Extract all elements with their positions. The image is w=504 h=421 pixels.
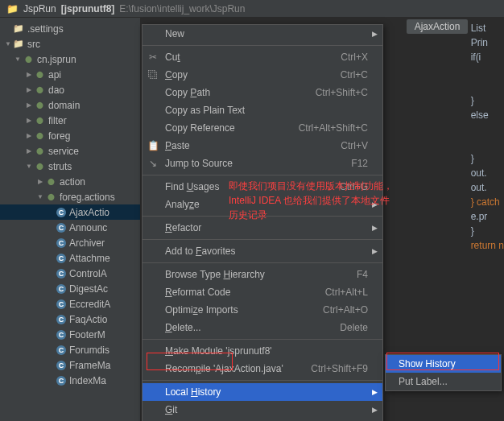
tree-item-label: Announc xyxy=(69,222,107,233)
menu-shortcut: Ctrl+Shift+C xyxy=(316,87,368,98)
tree-item-src[interactable]: src xyxy=(0,36,140,52)
tree-arrow-icon[interactable] xyxy=(24,147,34,155)
submenu-item-put-label---[interactable]: Put Label... xyxy=(386,373,501,390)
tree-item-ajaxactio[interactable]: AjaxActio xyxy=(0,204,140,220)
submenu-item-show-history[interactable]: Show History xyxy=(386,355,501,373)
menu-separator xyxy=(143,239,382,240)
menu-item-label: Jump to Source xyxy=(165,158,233,169)
menu-item-label: Copy Reference xyxy=(165,122,235,134)
menu-item-label: Refactor xyxy=(165,222,201,233)
tree-item-service[interactable]: service xyxy=(0,143,140,159)
code-line: } xyxy=(471,224,504,238)
menu-item-paste[interactable]: 📋PasteCtrl+V xyxy=(143,137,382,155)
tree-item-dao[interactable]: dao xyxy=(0,82,140,97)
package-icon xyxy=(34,85,45,96)
tree-arrow-icon[interactable] xyxy=(24,163,34,170)
menu-item-cut[interactable]: ✂CutCtrl+X xyxy=(143,48,382,66)
tree-arrow-icon[interactable] xyxy=(3,40,13,47)
code-line: out. xyxy=(471,180,504,195)
tree-arrow-icon[interactable] xyxy=(24,86,34,93)
tree-item-label: api xyxy=(48,69,61,80)
project-path: E:\fusion\intellij_work\JspRun xyxy=(119,3,245,14)
tree-arrow-icon[interactable] xyxy=(24,71,34,78)
menu-item-copy-path[interactable]: Copy PathCtrl+Shift+C xyxy=(143,84,382,101)
tree-item-attachme[interactable]: Attachme xyxy=(0,250,140,266)
tree-item-eccredita[interactable]: EccreditA xyxy=(0,296,140,312)
menu-separator xyxy=(143,262,382,263)
tree-item-api[interactable]: api xyxy=(0,67,140,82)
menu-item-find-usages[interactable]: Find UsagesCtrl+G xyxy=(143,178,382,196)
tree-item-faqactio[interactable]: FaqActio xyxy=(0,312,140,327)
tree-item-controla[interactable]: ControlA xyxy=(0,266,140,281)
tree-item-forumdis[interactable]: Forumdis xyxy=(0,342,140,357)
menu-item-analyze[interactable]: Analyze▶ xyxy=(143,196,382,213)
tree-arrow-icon[interactable] xyxy=(24,132,34,139)
tree-item-domain[interactable]: domain xyxy=(0,97,140,113)
tree-item-digestac[interactable]: DigestAc xyxy=(0,281,140,296)
menu-item-label: Reformat Code xyxy=(165,287,230,298)
menu-separator xyxy=(143,380,382,381)
menu-item-label: Recompile 'AjaxAction.java' xyxy=(165,363,283,374)
tree-item--settings[interactable]: .settings xyxy=(0,21,140,36)
tree-item-struts[interactable]: struts xyxy=(0,159,140,174)
menu-item-copy[interactable]: ⿻CopyCtrl+C xyxy=(143,66,382,84)
submenu-arrow-icon: ▶ xyxy=(372,200,378,208)
menu-icon: ✂ xyxy=(147,52,159,63)
menu-item-reformat-code[interactable]: Reformat CodeCtrl+Alt+L xyxy=(143,283,382,301)
menu-item-browse-type-hierarchy[interactable]: Browse Type HierarchyF4 xyxy=(143,266,382,283)
submenu-arrow-icon: ▶ xyxy=(372,224,378,232)
menu-item-label: Local History xyxy=(165,386,221,398)
menu-item-git[interactable]: Git▶ xyxy=(143,401,382,419)
tree-item-foreg-actions[interactable]: foreg.actions xyxy=(0,189,140,204)
code-line xyxy=(471,79,504,93)
tree-item-filter[interactable]: filter xyxy=(0,113,140,128)
menu-shortcut: Ctrl+C xyxy=(341,69,368,80)
menu-icon: ↘ xyxy=(147,158,159,169)
menu-item-label: Git xyxy=(165,404,177,415)
menu-item-refactor[interactable]: Refactor▶ xyxy=(143,219,382,237)
tree-item-label: action xyxy=(60,176,85,188)
tree-item-label: ControlA xyxy=(69,268,107,279)
class-icon xyxy=(56,315,66,324)
tree-arrow-icon[interactable] xyxy=(24,117,34,124)
tree-arrow-icon[interactable] xyxy=(24,101,34,109)
tree-item-announc[interactable]: Announc xyxy=(0,220,140,235)
menu-icon: 📋 xyxy=(147,140,159,151)
menu-item-copy-reference[interactable]: Copy ReferenceCtrl+Alt+Shift+C xyxy=(143,119,382,137)
tree-item-footerm[interactable]: FooterM xyxy=(0,327,140,342)
menu-item-delete---[interactable]: Delete...Delete xyxy=(143,319,382,336)
tree-item-indexma[interactable]: IndexMa xyxy=(0,373,140,388)
folder-icon xyxy=(13,39,24,50)
class-icon xyxy=(56,238,66,248)
tree-item-label: FooterM xyxy=(69,329,105,341)
tree-item-label: service xyxy=(48,146,79,157)
package-icon xyxy=(34,115,45,126)
menu-item-add-to-favorites[interactable]: Add to Favorites▶ xyxy=(143,242,382,260)
tree-item-foreg[interactable]: foreg xyxy=(0,128,140,143)
tree-arrow-icon[interactable] xyxy=(35,193,45,200)
class-icon xyxy=(56,269,66,279)
submenu-arrow-icon: ▶ xyxy=(372,247,378,255)
project-icon: 📁 xyxy=(6,3,19,14)
menu-item-jump-to-source[interactable]: ↘Jump to SourceF12 xyxy=(143,155,382,172)
tree-item-cn-jsprun[interactable]: cn.jsprun xyxy=(0,52,140,67)
tree-item-archiver[interactable]: Archiver xyxy=(0,235,140,250)
submenu-arrow-icon: ▶ xyxy=(372,388,378,396)
breadcrumb[interactable]: AjaxAction xyxy=(407,19,469,34)
menu-shortcut: Ctrl+Alt+O xyxy=(323,304,368,316)
menu-item-copy-as-plain-text[interactable]: Copy as Plain Text xyxy=(143,101,382,119)
code-line xyxy=(471,122,504,137)
menu-item-recompile--ajaxaction-java-[interactable]: Recompile 'AjaxAction.java'Ctrl+Shift+F9 xyxy=(143,360,382,378)
tree-arrow-icon[interactable] xyxy=(13,56,23,63)
menu-item-label: Optimize Imports xyxy=(165,304,238,316)
tree-item-framema[interactable]: FrameMa xyxy=(0,357,140,373)
menu-item-local-history[interactable]: Local History▶ xyxy=(143,383,382,401)
class-icon xyxy=(56,345,66,355)
code-line xyxy=(471,64,504,79)
menu-item-optimize-imports[interactable]: Optimize ImportsCtrl+Alt+O xyxy=(143,301,382,319)
menu-item-new[interactable]: New▶ xyxy=(143,25,382,43)
menu-item-make-module--jsprunutf8-[interactable]: Make Module 'jsprunutf8' xyxy=(143,342,382,360)
tree-item-action[interactable]: action xyxy=(0,174,140,189)
tree-arrow-icon[interactable] xyxy=(35,178,45,185)
tree-item-label: Attachme xyxy=(69,253,110,264)
